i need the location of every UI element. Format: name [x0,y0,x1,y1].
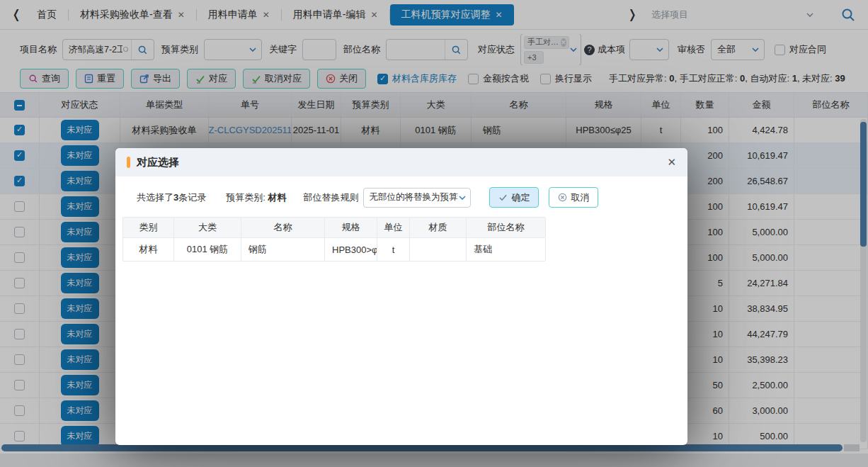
dialog-header-cell: 材质 [410,218,467,237]
dialog-header-label: 部位名称 [488,221,525,234]
summary-prefix: 共选择了 [137,192,173,203]
cancel-button[interactable]: 取消 [549,187,598,208]
dialog-header-label: 材质 [429,221,447,234]
close-circle-icon [558,193,567,202]
dialog-cell-text: t [392,244,395,255]
dialog-header-label: 类别 [139,221,158,234]
summary-suffix: 条记录 [178,192,206,203]
cancel-button-label: 取消 [571,191,589,204]
dialog-cell [410,238,467,261]
dialog-cell-text: 钢筋 [249,243,267,256]
dialog-toolbar: 共选择了3条记录 预算类别: 材料 部位替换规则 无部位的将替换为预算部 确定 [137,187,687,208]
dialog-close-icon[interactable]: ✕ [667,156,676,169]
dialog-table-header-row: 类别大类名称规格单位材质部位名称 [123,217,545,238]
dialog-cell-text: HPB300>φ [332,244,377,255]
dialog-header-label: 规格 [342,221,360,234]
replace-rule-value: 无部位的将替换为预算部 [369,191,458,203]
match-selection-dialog: 对应选择 ✕ 共选择了3条记录 预算类别: 材料 部位替换规则 无部位的将替换为… [115,148,687,445]
dialog-header-label: 大类 [198,221,217,234]
dialog-cell: t [377,238,410,261]
dialog-cell-text: 材料 [139,243,158,256]
dialog-cell-text: 0101 钢筋 [187,243,229,256]
dialog-table: 类别大类名称规格单位材质部位名称材料0101 钢筋钢筋HPB300>φt基础 [122,217,545,261]
dialog-cell: 钢筋 [241,238,325,261]
app-root: ❬ 首页材料采购验收单-查看✕用料申请单✕用料申请单-编辑✕工料机预算对应调整✕… [0,0,868,467]
dialog-title: 对应选择 [137,156,179,169]
dialog-cell: HPB300>φ [325,238,377,261]
accent-bar [127,157,130,168]
replace-rule-select[interactable]: 无部位的将替换为预算部 [363,188,471,208]
dialog-header-cell: 部位名称 [467,218,546,237]
selection-summary: 共选择了3条记录 [137,191,206,204]
dialog-header-label: 名称 [274,221,292,234]
dialog-cell-text: 基础 [474,243,492,256]
dialog-header-cell: 名称 [241,218,325,237]
dialog-header-cell: 规格 [325,218,377,237]
dialog-header-label: 单位 [384,221,403,234]
dialog-header-cell: 类别 [123,218,174,237]
confirm-button-label: 确定 [511,191,530,204]
replace-rule-label: 部位替换规则 [303,191,358,204]
check-icon [498,193,508,202]
dialog-budget-label: 预算类别: [226,192,265,203]
chevron-down-icon [458,193,467,202]
dialog-budget-value: 材料 [268,192,286,203]
dialog-header-cell: 单位 [377,218,410,237]
dialog-header: 对应选择 ✕ [115,148,687,176]
dialog-cell: 基础 [467,238,546,261]
dialog-header-cell: 大类 [174,218,241,237]
confirm-button[interactable]: 确定 [489,187,539,208]
dialog-cell: 0101 钢筋 [174,238,241,261]
dialog-cell: 材料 [123,238,174,261]
dialog-table-row[interactable]: 材料0101 钢筋钢筋HPB300>φt基础 [123,238,545,261]
dialog-budget-type: 预算类别: 材料 [226,191,286,204]
